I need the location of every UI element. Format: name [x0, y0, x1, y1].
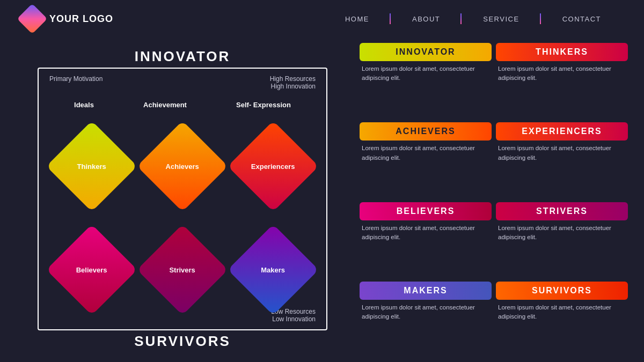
card-header-thinkers: THINKERS: [496, 43, 628, 61]
diamond-makers: Makers: [228, 224, 319, 315]
diamond-thinkers-label: Thinkers: [65, 162, 119, 170]
card-makers: MAKERS Lorem ipsum dolor sit amet, conse…: [360, 282, 492, 357]
card-body-achievers: Lorem ipsum dolor sit amet, consectetuer…: [360, 143, 492, 164]
card-body-strivers: Lorem ipsum dolor sit amet, consectetuer…: [496, 223, 628, 243]
logo-text: YOUR LOGO: [49, 13, 113, 25]
diamond-achievers-label: Achievers: [156, 162, 209, 170]
diamond-believers-wrapper: Believers: [54, 232, 129, 307]
card-body-survivors: Lorem ipsum dolor sit amet, consectetuer…: [496, 302, 628, 323]
diagram-title-bottom: SURVIVORS: [21, 333, 343, 350]
card-header-experiencers: EXPERIENCERS: [496, 122, 628, 141]
nav-about[interactable]: ABOUT: [391, 15, 462, 23]
column-labels: Ideals Achievement Self- Expression: [39, 101, 326, 109]
card-header-achievers: ACHIEVERS: [360, 122, 492, 141]
diamond-achievers-wrapper: Achievers: [145, 129, 220, 204]
diamond-experiencers: Experiencers: [228, 121, 319, 212]
card-header-survivors: SURVIVORS: [496, 282, 628, 300]
label-high-resources: High ResourcesHigh Innovation: [270, 75, 316, 90]
diamond-experiencers-label: Experiencers: [246, 162, 300, 170]
col-label-ideals: Ideals: [74, 101, 94, 109]
diamond-believers-label: Believers: [65, 265, 119, 274]
card-innovator: INNOVATOR Lorem ipsum dolor sit amet, co…: [360, 43, 492, 118]
card-achievers: ACHIEVERS Lorem ipsum dolor sit amet, co…: [360, 122, 492, 197]
diamond-makers-wrapper: Makers: [236, 232, 311, 307]
card-experiencers: EXPERIENCERS Lorem ipsum dolor sit amet,…: [496, 122, 628, 197]
diamond-believers: Believers: [46, 224, 137, 315]
diamond-thinkers: Thinkers: [46, 121, 137, 212]
col-label-achievement: Achievement: [143, 101, 187, 109]
col-label-self-expression: Self- Expression: [236, 101, 291, 109]
diamond-strivers-label: Strivers: [156, 265, 209, 274]
card-header-strivers: STRIVERS: [496, 202, 628, 220]
nav-contact[interactable]: CONTACT: [541, 15, 623, 23]
cards-section: INNOVATOR Lorem ipsum dolor sit amet, co…: [360, 43, 628, 357]
nav-service[interactable]: SERVICE: [462, 15, 540, 23]
card-thinkers: THINKERS Lorem ipsum dolor sit amet, con…: [496, 43, 628, 118]
diamond-thinkers-wrapper: Thinkers: [54, 129, 129, 204]
card-strivers: STRIVERS Lorem ipsum dolor sit amet, con…: [496, 202, 628, 277]
label-primary-motivation: Primary Motivation: [49, 75, 103, 83]
main-content: INNOVATOR Primary Motivation High Resour…: [0, 38, 644, 362]
diagram-box: Primary Motivation High ResourcesHigh In…: [38, 68, 327, 330]
card-survivors: SURVIVORS Lorem ipsum dolor sit amet, co…: [496, 282, 628, 357]
card-body-experiencers: Lorem ipsum dolor sit amet, consectetuer…: [496, 143, 628, 164]
diamond-makers-label: Makers: [246, 265, 300, 274]
card-body-innovator: Lorem ipsum dolor sit amet, consectetuer…: [360, 63, 492, 84]
nav: HOME ABOUT SERVICE CONTACT: [324, 15, 623, 23]
diagram-title-top: INNOVATOR: [21, 48, 343, 65]
card-body-believers: Lorem ipsum dolor sit amet, consectetuer…: [360, 223, 492, 243]
card-header-innovator: INNOVATOR: [360, 43, 492, 61]
diamond-strivers: Strivers: [137, 224, 228, 315]
card-body-thinkers: Lorem ipsum dolor sit amet, consectetuer…: [496, 63, 628, 84]
diagram-section: INNOVATOR Primary Motivation High Resour…: [16, 43, 349, 357]
diamond-strivers-wrapper: Strivers: [145, 232, 220, 307]
card-header-makers: MAKERS: [360, 282, 492, 300]
card-body-makers: Lorem ipsum dolor sit amet, consectetuer…: [360, 302, 492, 323]
diamond-achievers: Achievers: [137, 121, 228, 212]
logo-area: YOUR LOGO: [21, 8, 113, 29]
header: YOUR LOGO HOME ABOUT SERVICE CONTACT: [0, 0, 644, 38]
nav-home[interactable]: HOME: [324, 15, 391, 23]
diamond-grid: Thinkers Achievers Experiencers Bel: [49, 117, 316, 319]
card-header-believers: BELIEVERS: [360, 202, 492, 220]
card-believers: BELIEVERS Lorem ipsum dolor sit amet, co…: [360, 202, 492, 277]
logo-icon: [17, 4, 48, 34]
diamond-experiencers-wrapper: Experiencers: [236, 129, 311, 204]
